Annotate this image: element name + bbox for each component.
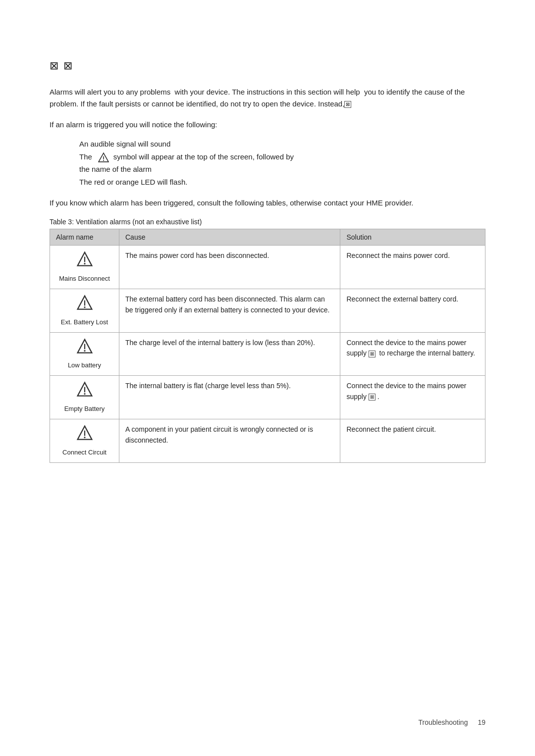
alarm-name-connect-circuit: Connect Circuit (56, 448, 113, 457)
alarm-name-empty-battery: Empty Battery (56, 404, 113, 414)
table-caption: Table 3: Ventilation alarms (not an exha… (50, 218, 485, 226)
alarm-name-low-battery: Low battery (56, 360, 113, 370)
table-row: Low battery The charge level of the inte… (50, 332, 485, 376)
bell-icon-connect-circuit (56, 424, 113, 446)
table-row: Empty Battery The internal battery is fl… (50, 376, 485, 419)
col-header-alarm: Alarm name (50, 229, 119, 246)
svg-point-11 (84, 350, 85, 352)
triggered-text: If an alarm is triggered you will notice… (50, 119, 485, 131)
bullet-list: An audible signal will sound The symbol … (79, 138, 485, 188)
svg-point-5 (84, 263, 85, 264)
svg-point-17 (84, 437, 85, 438)
footer-page: 19 (478, 718, 485, 726)
col-header-cause: Cause (119, 229, 340, 246)
alarm-name-mains: Mains Disconnect (56, 274, 113, 284)
alarm-cell-connect-circuit: Connect Circuit (50, 419, 119, 463)
alarm-cause-ext-battery: The external battery cord has been disco… (119, 289, 340, 332)
chapter-icon-1: ⊠ (50, 59, 58, 72)
table-row: Connect Circuit A component in your pati… (50, 419, 485, 463)
svg-point-2 (103, 159, 104, 160)
table-row: Ext. Battery Lost The external battery c… (50, 289, 485, 332)
intro-paragraph: Alarms will alert you to any problems wi… (50, 86, 485, 110)
bullet-item-3: The red or orange LED will flash. (79, 176, 485, 189)
svg-point-14 (84, 393, 85, 395)
box-symbol-empty: ⊠ (369, 394, 375, 401)
alarm-cell-ext-battery: Ext. Battery Lost (50, 289, 119, 332)
alarm-cell-empty-battery: Empty Battery (50, 376, 119, 419)
alarm-solution-mains: Reconnect the mains power cord. (340, 246, 485, 289)
bullet-item-1: An audible signal will sound (79, 138, 485, 151)
alarm-cause-mains: The mains power cord has been disconnect… (119, 246, 340, 289)
chapter-header: ⊠ ⊠ (50, 59, 485, 72)
chapter-icons: ⊠ ⊠ (50, 59, 72, 72)
alarm-cause-low-battery: The charge level of the internal battery… (119, 332, 340, 376)
alarm-solution-empty-battery: Connect the device to the mains power su… (340, 376, 485, 419)
alarm-cause-connect-circuit: A component in your patient circuit is w… (119, 419, 340, 463)
bell-icon-ext-battery (56, 294, 113, 315)
chapter-icon-2: ⊠ (63, 59, 72, 72)
alarms-table: Alarm name Cause Solution Mains Disconne… (50, 229, 485, 463)
bell-icon-empty-battery (56, 381, 113, 402)
box-symbol-1: ⊠ (344, 101, 351, 108)
alarm-solution-ext-battery: Reconnect the external battery cord. (340, 289, 485, 332)
bell-icon-low-battery (56, 338, 113, 359)
footer-label: Troubleshooting (419, 718, 468, 726)
alarm-solution-connect-circuit: Reconnect the patient circuit. (340, 419, 485, 463)
bell-icon-mains (56, 251, 113, 272)
triangle-inline-icon (98, 152, 109, 163)
alarm-solution-low-battery: Connect the device to the mains power su… (340, 332, 485, 376)
box-symbol-low: ⊠ (369, 351, 375, 357)
col-header-solution: Solution (340, 229, 485, 246)
svg-point-8 (84, 306, 85, 308)
consult-text: If you know which alarm has been trigger… (50, 197, 485, 209)
page-footer: Troubleshooting 19 (419, 718, 485, 726)
alarm-cell-mains: Mains Disconnect (50, 246, 119, 289)
bullet-item-2: The symbol will appear at the top of the… (79, 151, 485, 176)
alarm-cause-empty-battery: The internal battery is flat (charge lev… (119, 376, 340, 419)
alarm-name-ext-battery: Ext. Battery Lost (56, 317, 113, 327)
table-row: Mains Disconnect The mains power cord ha… (50, 246, 485, 289)
alarm-cell-low-battery: Low battery (50, 332, 119, 376)
